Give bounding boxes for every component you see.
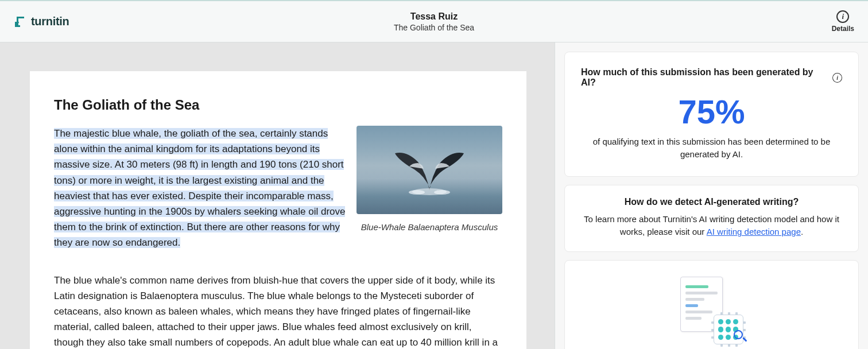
app-header: turnitin Tessa Ruiz The Goliath of the S… [0, 0, 868, 42]
whale-image [356, 126, 502, 214]
turnitin-logo-icon [14, 15, 28, 29]
student-name: Tessa Ruiz [394, 11, 474, 22]
main-area: The Goliath of the Sea The majestic blue… [0, 42, 868, 349]
chip-icon [714, 315, 743, 344]
detect-text-suffix: . [801, 227, 803, 236]
document-page: The Goliath of the Sea The majestic blue… [30, 71, 526, 349]
turnitin-logo: turnitin [14, 15, 69, 29]
content-row: The majestic blue whale, the goliath of … [54, 126, 502, 261]
document-title-header: The Goliath of the Sea [394, 23, 474, 32]
logo-text: turnitin [31, 15, 69, 28]
image-caption: Blue-Whale Balaenaptera Musculus [356, 222, 502, 232]
ai-sidebar: How much of this submission has been gen… [555, 42, 868, 349]
svg-point-2 [434, 190, 450, 195]
ai-score-card: How much of this submission has been gen… [564, 52, 859, 177]
paragraph-1: The majestic blue whale, the goliath of … [54, 126, 346, 251]
details-label: Details [832, 25, 854, 33]
highlighted-text: The majestic blue whale, the goliath of … [54, 128, 345, 248]
illustration-card [564, 260, 859, 349]
document-pane: The Goliath of the Sea The majestic blue… [0, 42, 555, 349]
details-button[interactable]: i Details [832, 10, 854, 33]
page-title: The Goliath of the Sea [54, 97, 502, 113]
ai-scan-illustration [680, 277, 743, 349]
ai-detection-info-card: How do we detect AI-generated writing? T… [564, 185, 859, 252]
ai-question: How much of this submission has been gen… [581, 67, 828, 88]
ai-percentage: 75% [581, 95, 842, 130]
ai-subtext: of qualifying text in this submission ha… [581, 135, 842, 161]
svg-point-1 [409, 190, 425, 195]
image-block: Blue-Whale Balaenaptera Musculus [356, 126, 502, 261]
ai-detection-link[interactable]: AI writing detection page [707, 227, 801, 236]
info-icon: i [836, 10, 849, 23]
whale-tail-illustration [389, 139, 470, 196]
detect-title: How do we detect AI-generated writing? [581, 197, 842, 207]
magnify-icon [734, 330, 746, 343]
header-title-block: Tessa Ruiz The Goliath of the Sea [394, 11, 474, 32]
content-text-col: The majestic blue whale, the goliath of … [54, 126, 346, 261]
paragraph-2: The blue whale's common name derives fro… [54, 273, 502, 350]
ai-question-row: How much of this submission has been gen… [581, 67, 842, 88]
info-icon[interactable]: i [832, 73, 842, 83]
detect-text: To learn more about Turnitin's AI writin… [581, 213, 842, 239]
